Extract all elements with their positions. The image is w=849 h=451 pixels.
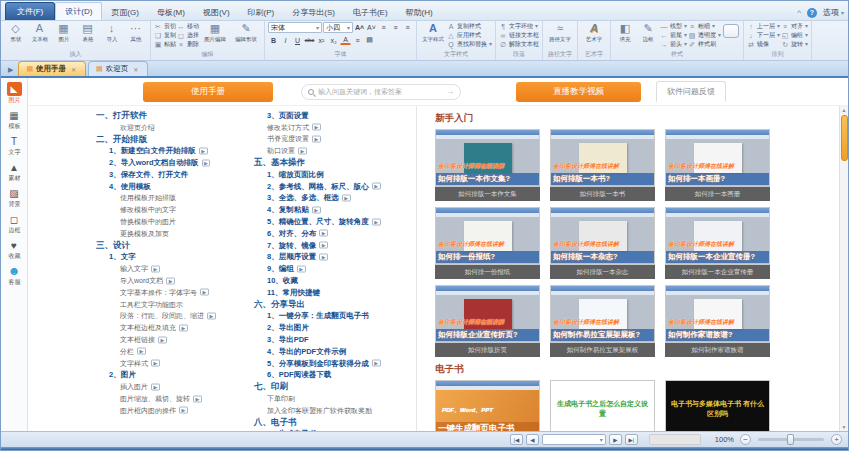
close-icon[interactable]: ✕ bbox=[131, 65, 140, 74]
sidebar-item-picture[interactable]: ◣图片 bbox=[1, 82, 27, 105]
insert-shape-button[interactable]: ◇形状 bbox=[4, 22, 27, 44]
bold-button[interactable]: B bbox=[268, 35, 279, 45]
insert-image-button[interactable]: ▦图片 bbox=[52, 22, 75, 44]
video-thumbnail[interactable]: 金印客设计师傅在线讲解如何制作易拉宝展架展板?如何制作易拉宝展架展板 bbox=[550, 285, 655, 357]
toc-item[interactable]: 2、图片 bbox=[96, 370, 246, 382]
collapse-ribbon-icon[interactable]: ^ bbox=[797, 8, 801, 17]
toc-item[interactable]: 9、编组▶ bbox=[254, 263, 404, 275]
toc-item[interactable]: 书脊宽度设置▶ bbox=[254, 134, 404, 146]
insert-other-button[interactable]: ⋯其他 bbox=[124, 22, 147, 44]
arrow-tail-button[interactable]: ←箭尾▾ bbox=[660, 31, 687, 40]
superscript-button[interactable]: x² bbox=[316, 35, 327, 45]
page-select[interactable]: ▾ bbox=[542, 434, 606, 445]
sidebar-item-background[interactable]: ▨背景 bbox=[1, 186, 27, 209]
toc-item[interactable]: 7、旋转、镜像▶ bbox=[254, 240, 404, 252]
toc-item[interactable]: 二、开始排版 bbox=[96, 134, 246, 146]
font-name-select[interactable]: 宋体▾ bbox=[268, 22, 322, 33]
text-wrap-button[interactable]: ¶文字环绕▾ bbox=[499, 22, 539, 31]
ribbon-tab-8[interactable]: 帮助(H) bbox=[397, 4, 442, 20]
toc-item[interactable]: 3、全选、多选、框选▶ bbox=[254, 193, 404, 205]
toc-item[interactable]: 文字样式▶ bbox=[96, 358, 246, 370]
send-backward-button[interactable]: ↓下一层▾ bbox=[747, 31, 780, 40]
toc-item[interactable]: 5、精确位置、尺寸、旋转角度▶ bbox=[254, 216, 404, 228]
align-center-icon[interactable]: ≡ bbox=[390, 23, 401, 33]
insert-textbox-button[interactable]: A文本框 bbox=[28, 22, 51, 44]
toc-item[interactable]: 文本框边框及填充▶ bbox=[96, 322, 246, 334]
subscript-button[interactable]: x₂ bbox=[328, 35, 339, 45]
path-text-button[interactable]: ≈路径文字 bbox=[546, 22, 574, 44]
video-thumbnail[interactable]: 金印客设计师傅在线讲解如何排一本画册?如何排一本画册 bbox=[665, 129, 770, 201]
image-edit-button[interactable]: ▦图片编辑 bbox=[200, 22, 230, 44]
video-thumbnail[interactable]: 金印客设计师傅在线讲解如何排版一本企业宣传册?如何排版一本企业宣传册 bbox=[665, 207, 770, 279]
rotate-button[interactable]: ↻旋转▾ bbox=[781, 40, 808, 49]
toc-item[interactable]: 八、电子书 bbox=[254, 417, 404, 429]
document-tab-0[interactable]: ▤使用手册✕ bbox=[18, 61, 86, 76]
unlink-textbox-button[interactable]: ∅解除文本框 bbox=[499, 40, 539, 49]
document-tab-1[interactable]: ▤欢迎页✕ bbox=[88, 61, 148, 76]
video-thumbnail[interactable]: 金印客设计师傅在线讲解如何排版一本书?如何排版一本书 bbox=[550, 129, 655, 201]
ribbon-tab-6[interactable]: 分享导出(S) bbox=[283, 4, 344, 20]
bring-forward-button[interactable]: ↑上一层▾ bbox=[747, 22, 780, 31]
text-style-button[interactable]: A文字样式 bbox=[420, 22, 446, 44]
help-icon[interactable]: ? bbox=[807, 8, 817, 18]
group-button[interactable]: ◱编组▾ bbox=[781, 31, 808, 40]
insert-table-button[interactable]: ▤表格 bbox=[76, 22, 99, 44]
toc-item[interactable]: 4、导出的PDF文件示例 bbox=[254, 346, 404, 358]
toc-item[interactable]: 图片缩放、裁切、旋转▶ bbox=[96, 393, 246, 405]
toc-item[interactable]: 修改装订方式▶ bbox=[254, 122, 404, 134]
toc-item[interactable]: 段落：行距、段间距、缩进▶ bbox=[96, 311, 246, 323]
submit-search-icon[interactable]: → bbox=[446, 87, 454, 96]
video-thumbnail[interactable]: 金印客设计师傅在线讲解如何排一份报纸?如何排一份报纸 bbox=[435, 207, 540, 279]
opacity-button[interactable]: ▨透明度▾ bbox=[688, 31, 721, 40]
video-thumbnail[interactable]: 金印客设计师傅在线讲解如何制作家谱族谱?如何制作家谱族谱 bbox=[665, 285, 770, 357]
prev-page-button[interactable]: ◀ bbox=[526, 434, 539, 445]
line-spacing-button[interactable]: ≡ bbox=[352, 35, 363, 45]
sidebar-item-template[interactable]: ▦模板 bbox=[1, 108, 27, 131]
feedback-button[interactable]: 软件问题反馈 bbox=[656, 81, 726, 102]
video-thumbnail[interactable]: 生成电子书之后怎么自定义设置电子书设置 bbox=[550, 380, 655, 431]
toc-item[interactable]: 替换模板中的图片 bbox=[96, 216, 246, 228]
toc-item[interactable]: 3、导出PDF bbox=[254, 334, 404, 346]
line-type-button[interactable]: —线型▾ bbox=[660, 22, 687, 31]
mirror-button[interactable]: ⇄镜像 bbox=[747, 40, 780, 49]
ribbon-tab-1[interactable]: 设计(D) bbox=[55, 2, 102, 20]
italic-button[interactable]: I bbox=[280, 35, 291, 45]
shadow-style-button[interactable] bbox=[723, 24, 739, 38]
scroll-down-icon[interactable]: ▼ bbox=[842, 423, 847, 431]
toc-item[interactable]: 3、保存文件、打开文件 bbox=[96, 169, 246, 181]
live-video-button[interactable]: 直播教学视频 bbox=[516, 82, 641, 102]
toc-item[interactable]: 2、导入word文档自动排版▶ bbox=[96, 157, 246, 169]
toc-item[interactable]: 4、复制粘贴▶ bbox=[254, 204, 404, 216]
toc-item[interactable]: 图片框内图的操作▶ bbox=[96, 405, 246, 417]
toc-item[interactable]: 工具栏文字功能图示 bbox=[96, 299, 246, 311]
zoom-in-button[interactable]: + bbox=[831, 434, 842, 445]
toc-item[interactable]: 输入文字▶ bbox=[96, 263, 246, 275]
style-brush-button[interactable]: ✐样式刷 bbox=[688, 40, 721, 49]
close-icon[interactable]: ✕ bbox=[69, 65, 78, 74]
toc-item[interactable]: 三、设计 bbox=[96, 240, 246, 252]
toc-item[interactable]: 文字基本操作：字体字号▶ bbox=[96, 287, 246, 299]
toc-item[interactable]: 1、文字 bbox=[96, 252, 246, 264]
ribbon-tab-0[interactable]: 文件(F) bbox=[5, 2, 55, 20]
toc-item[interactable]: 一、打开软件 bbox=[96, 110, 246, 122]
toc-item[interactable]: 更换模板及加页 bbox=[96, 228, 246, 240]
toc-item[interactable]: 下单印刷 bbox=[254, 393, 404, 405]
toc-item[interactable]: 3、页面设置 bbox=[254, 110, 404, 122]
border-button[interactable]: ✎边框 bbox=[637, 22, 659, 44]
toc-item[interactable]: 欢迎页介绍 bbox=[96, 122, 246, 134]
toc-item[interactable]: 插入图片▶ bbox=[96, 381, 246, 393]
align-left-icon[interactable]: ≡ bbox=[378, 23, 389, 33]
video-thumbnail[interactable]: PDF、Word、PPT一键生成翻页电子书已有文件怎么生成翻页电子书 bbox=[435, 380, 540, 431]
collapse-panel-icon[interactable]: ▶ bbox=[3, 66, 18, 76]
sidebar-item-service[interactable]: ☻客服 bbox=[1, 264, 27, 287]
toc-item[interactable]: 勒口设置▶ bbox=[254, 145, 404, 157]
video-thumbnail[interactable]: 金印客设计师傅在线讲解如何排版一本杂志?如何排版一本杂志 bbox=[550, 207, 655, 279]
video-thumbnail[interactable]: 电子书与多媒体电子书 有什么区别吗翻页电子书和多媒体电子书有什么区别 bbox=[665, 380, 770, 431]
toc-item[interactable]: 1、新建空白文件开始排版▶ bbox=[96, 145, 246, 157]
scrollbar-thumb[interactable] bbox=[841, 115, 848, 161]
font-color-button[interactable]: A bbox=[340, 35, 351, 45]
vertical-scrollbar[interactable]: ▲ ▼ bbox=[839, 106, 848, 431]
font-size-select[interactable]: 小四▾ bbox=[323, 22, 353, 33]
ribbon-tab-2[interactable]: 页面(G) bbox=[102, 4, 148, 20]
toc-item[interactable]: 五、基本操作 bbox=[254, 157, 404, 169]
